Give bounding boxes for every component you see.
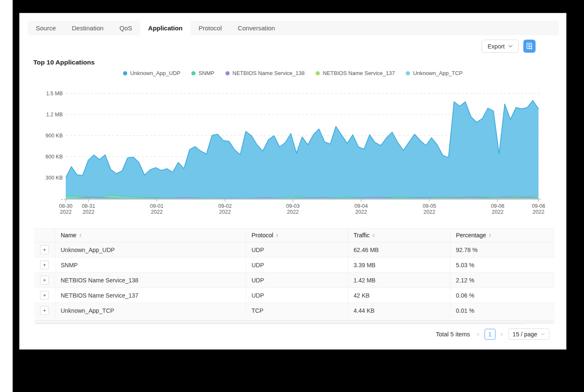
cell-protocol: UDP bbox=[246, 258, 348, 272]
chevron-down-icon bbox=[541, 333, 545, 336]
legend-dot-icon bbox=[123, 71, 127, 75]
chart-legend: Unknown_App_UDPSNMPNETBIOS Name Service_… bbox=[19, 70, 566, 76]
legend-dot-icon bbox=[225, 71, 230, 75]
legend-dot-icon bbox=[316, 71, 320, 75]
legend-item[interactable]: NETBIOS Name Service_138 bbox=[225, 70, 305, 76]
sort-caret-icon[interactable]: ▲▼ bbox=[79, 233, 82, 237]
sort-caret-icon[interactable]: ▲▼ bbox=[276, 233, 279, 237]
document-search-icon bbox=[526, 43, 533, 50]
svg-text:300 KB: 300 KB bbox=[46, 175, 63, 181]
legend-label: NETBIOS Name Service_137 bbox=[323, 70, 395, 76]
legend-label: SNMP bbox=[198, 70, 214, 76]
legend-label: Unknown_App_UDP bbox=[130, 70, 180, 76]
table-row: +Unknown_App_UDPUDP62.46 MB92.78 % bbox=[34, 242, 555, 258]
table-header-traffic[interactable]: Traffic▲▼ bbox=[348, 228, 450, 242]
legend-item[interactable]: NETBIOS Name Service_137 bbox=[316, 70, 395, 76]
svg-text:2022: 2022 bbox=[83, 209, 94, 215]
tab-bar: SourceDestinationQoSApplicationProtocolC… bbox=[28, 21, 559, 35]
tab-destination[interactable]: Destination bbox=[64, 21, 112, 35]
svg-text:08-30: 08-30 bbox=[59, 203, 72, 209]
expand-cell: + bbox=[34, 242, 55, 257]
cell-percentage: 2.12 % bbox=[450, 273, 555, 287]
legend-item[interactable]: Unknown_App_UDP bbox=[123, 70, 180, 76]
expand-row-button[interactable]: + bbox=[40, 260, 49, 269]
cell-traffic: 1.42 MB bbox=[348, 273, 450, 287]
table-header-expand bbox=[34, 228, 55, 242]
svg-text:600 KB: 600 KB bbox=[46, 154, 63, 160]
sort-caret-icon[interactable]: ▲▼ bbox=[372, 233, 375, 237]
pagination-next-icon[interactable]: › bbox=[500, 330, 504, 338]
svg-text:09-04: 09-04 bbox=[354, 203, 368, 209]
svg-text:2022: 2022 bbox=[60, 209, 72, 215]
legend-item[interactable]: Unknown_App_TCP bbox=[406, 70, 463, 76]
column-title: Protocol bbox=[252, 232, 273, 239]
svg-text:900 KB: 900 KB bbox=[46, 133, 63, 139]
expand-row-button[interactable]: + bbox=[40, 306, 49, 315]
cell-name: Unknown_App_TCP bbox=[55, 303, 246, 318]
svg-text:1.2 MB: 1.2 MB bbox=[46, 112, 63, 118]
chart-canvas[interactable]: 1.5 MB1.2 MB900 KB600 KB300 KB-08-302022… bbox=[43, 85, 555, 217]
table-header-percentage[interactable]: Percentage▲▼ bbox=[450, 228, 555, 242]
pagination-page-1[interactable]: 1 bbox=[485, 329, 496, 340]
horizontal-scrollbar-track[interactable] bbox=[34, 320, 555, 324]
expand-row-button[interactable]: + bbox=[40, 245, 49, 254]
page-size-select[interactable]: 15 / page bbox=[508, 328, 549, 340]
tab-application[interactable]: Application bbox=[140, 21, 191, 35]
cell-protocol: UDP bbox=[246, 273, 348, 287]
cell-name: Unknown_App_UDP bbox=[55, 242, 246, 257]
tab-conversation[interactable]: Conversation bbox=[230, 21, 283, 35]
svg-text:09-05: 09-05 bbox=[423, 203, 436, 209]
cell-percentage: 0.06 % bbox=[450, 288, 555, 303]
expand-row-button[interactable]: + bbox=[40, 291, 49, 300]
cell-name: NETBIOS Name Service_137 bbox=[55, 288, 246, 303]
chevron-down-icon bbox=[508, 45, 513, 48]
svg-text:-: - bbox=[61, 196, 63, 202]
export-button[interactable]: Export bbox=[482, 40, 519, 53]
cell-traffic: 4.44 KB bbox=[348, 303, 450, 318]
horizontal-scrollbar-thumb[interactable] bbox=[36, 320, 525, 324]
cell-traffic: 3.39 MB bbox=[348, 258, 450, 272]
export-button-label: Export bbox=[488, 43, 504, 50]
table-header-protocol[interactable]: Protocol▲▼ bbox=[246, 228, 348, 242]
svg-text:09-01: 09-01 bbox=[150, 203, 163, 209]
section-title: Top 10 Applications bbox=[33, 59, 95, 66]
expand-cell: + bbox=[34, 258, 55, 272]
svg-text:2022: 2022 bbox=[492, 209, 504, 215]
cell-protocol: UDP bbox=[246, 242, 348, 257]
pagination: Total 5 items ‹ 1 › 15 / page bbox=[436, 328, 549, 340]
applications-table: Name▲▼Protocol▲▼Traffic▲▼Percentage▲▼ +U… bbox=[34, 228, 555, 318]
svg-text:08-31: 08-31 bbox=[82, 203, 95, 209]
tab-protocol[interactable]: Protocol bbox=[190, 21, 230, 35]
content-card: SourceDestinationQoSApplicationProtocolC… bbox=[19, 13, 567, 350]
legend-label: NETBIOS Name Service_138 bbox=[233, 70, 305, 76]
pagination-prev-icon[interactable]: ‹ bbox=[476, 330, 480, 338]
svg-text:2022: 2022 bbox=[423, 209, 435, 215]
table-header-name[interactable]: Name▲▼ bbox=[55, 228, 246, 242]
expand-row-button[interactable]: + bbox=[40, 276, 49, 285]
svg-text:09-02: 09-02 bbox=[218, 203, 232, 209]
page-size-label: 15 / page bbox=[513, 331, 537, 338]
legend-item[interactable]: SNMP bbox=[191, 70, 214, 76]
svg-text:2022: 2022 bbox=[219, 209, 231, 215]
cell-percentage: 92.78 % bbox=[450, 242, 555, 257]
page-background-strip bbox=[0, 0, 13, 392]
svg-text:2022: 2022 bbox=[533, 209, 544, 215]
cell-name: SNMP bbox=[55, 258, 246, 272]
svg-text:2022: 2022 bbox=[355, 209, 367, 215]
legend-dot-icon bbox=[406, 71, 410, 75]
tab-qos[interactable]: QoS bbox=[112, 21, 140, 35]
column-title: Traffic bbox=[354, 232, 370, 239]
cell-protocol: TCP bbox=[246, 303, 348, 318]
expand-cell: + bbox=[34, 303, 55, 318]
table-row: +NETBIOS Name Service_138UDP1.42 MB2.12 … bbox=[34, 273, 555, 288]
svg-text:09-03: 09-03 bbox=[286, 203, 300, 209]
svg-text:1.5 MB: 1.5 MB bbox=[46, 91, 63, 97]
area-chart: 1.5 MB1.2 MB900 KB600 KB300 KB-08-302022… bbox=[43, 85, 555, 217]
tab-source[interactable]: Source bbox=[28, 21, 64, 35]
sort-caret-icon[interactable]: ▲▼ bbox=[489, 233, 492, 237]
table-body: +Unknown_App_UDPUDP62.46 MB92.78 %+SNMPU… bbox=[34, 242, 555, 318]
svg-text:09-06: 09-06 bbox=[532, 203, 545, 209]
legend-label: Unknown_App_TCP bbox=[413, 70, 463, 76]
expand-cell: + bbox=[34, 288, 55, 303]
report-search-button[interactable] bbox=[523, 40, 536, 53]
